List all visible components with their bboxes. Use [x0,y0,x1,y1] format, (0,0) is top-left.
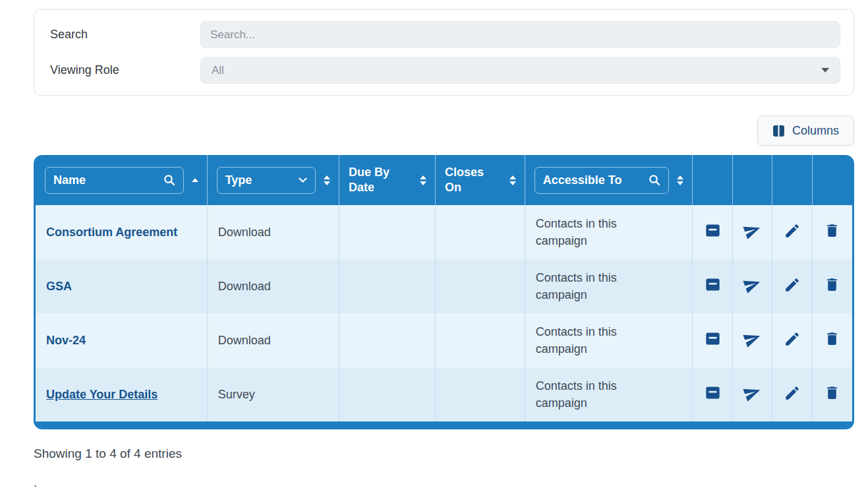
row-accessible-to: Contacts in this campaign [525,367,693,421]
delete-icon[interactable] [824,330,840,350]
send-icon[interactable] [743,276,761,297]
row-closes-on [436,205,525,259]
table-row: Update Your Details Survey Contacts in t… [36,367,852,421]
row-due-by-date [339,367,436,421]
closes-on-header-label: Closes On [445,165,492,196]
delete-icon[interactable] [824,385,840,404]
filter-card: Search Viewing Role All [34,9,854,96]
delete-icon[interactable] [824,276,840,296]
table-row: Nov-24 Download Contacts in this campaig… [36,313,852,367]
row-closes-on [436,259,525,313]
send-icon[interactable] [743,222,761,243]
page: Search Viewing Role All Columns [0,0,868,490]
table-toolbar: Columns [34,115,854,146]
delete-icon[interactable] [824,222,840,242]
send-icon[interactable] [743,330,761,351]
sort-due-by-date[interactable] [418,173,428,187]
row-name: GSA [36,259,208,313]
sort-name[interactable] [190,176,200,184]
sort-closes-on[interactable] [507,173,518,187]
row-name: Consortium Agreement [36,205,208,259]
entries-summary: Showing 1 to 4 of 4 entries [34,447,854,461]
header-row: Name Type [36,155,852,205]
col-header-closes-on: Closes On [436,155,525,205]
col-header-action-1 [693,155,732,205]
table-columns-icon [772,125,785,137]
row-type: Download [208,313,339,367]
type-header-label: Type [225,173,252,187]
edit-icon[interactable] [784,222,801,243]
columns-button-label: Columns [792,124,839,138]
due-by-date-header-label: Due By Date [349,165,396,196]
row-type: Survey [208,367,339,421]
chevron-down-icon [821,68,829,73]
data-table: Name Type [34,155,854,429]
sort-type[interactable] [322,173,332,187]
table-row: Consortium Agreement Download Contacts i… [36,205,852,259]
row-name-link[interactable]: Update Your Details [46,388,158,401]
col-header-action-2 [733,155,772,205]
row-accessible-to: Contacts in this campaign [525,205,693,259]
columns-button[interactable]: Columns [757,115,854,146]
table-row: GSA Download Contacts in this campaign [36,259,852,313]
trailing-dot: . [34,476,854,490]
col-header-due-by-date: Due By Date [339,155,436,205]
col-header-action-4 [813,155,852,205]
chevron-down-icon [299,177,307,183]
row-accessible-to: Contacts in this campaign [525,313,693,367]
viewing-role-row: Viewing Role All [47,57,840,84]
viewing-role-value: All [212,64,224,77]
row-accessible-to: Contacts in this campaign [525,259,693,313]
archive-icon[interactable] [704,384,722,405]
accessible-to-header-label: Accessible To [543,173,622,187]
row-due-by-date [339,313,436,367]
row-name: Nov-24 [36,313,208,367]
name-filter-box[interactable]: Name [45,167,184,194]
search-filter-row: Search [47,21,840,48]
row-due-by-date [339,205,436,259]
col-header-name: Name [36,155,208,205]
row-due-by-date [339,259,436,313]
name-header-label: Name [53,173,86,187]
col-header-action-3 [772,155,812,205]
accessible-to-filter-box[interactable]: Accessible To [535,167,670,194]
archive-icon[interactable] [704,222,722,243]
viewing-role-select[interactable]: All [200,57,840,84]
archive-icon[interactable] [704,330,722,351]
edit-icon[interactable] [784,276,801,297]
row-type: Download [208,205,339,259]
col-header-accessible-to: Accessible To [525,155,693,205]
viewing-role-label: Viewing Role [47,63,200,77]
row-closes-on [436,313,525,367]
edit-icon[interactable] [784,330,801,351]
col-header-type: Type [208,155,339,205]
row-closes-on [436,367,525,421]
search-icon [163,174,175,186]
edit-icon[interactable] [784,385,801,405]
search-icon [649,174,660,186]
type-filter-box[interactable]: Type [217,167,316,194]
send-icon[interactable] [743,384,761,405]
sort-accessible-to[interactable] [675,173,685,187]
archive-icon[interactable] [704,276,722,297]
row-name: Update Your Details [36,367,208,421]
search-label: Search [47,28,200,42]
search-input[interactable] [200,21,840,48]
row-type: Download [208,259,339,313]
